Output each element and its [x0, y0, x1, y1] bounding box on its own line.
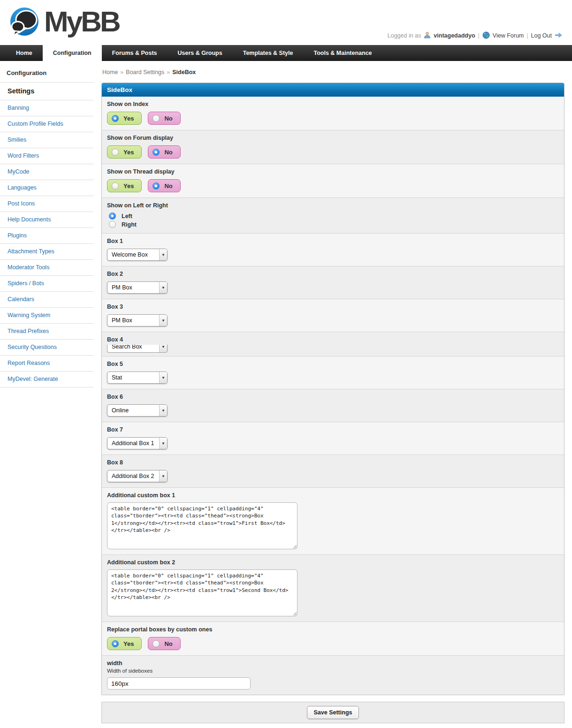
box-select[interactable]: Additional Box 1▼ [107, 437, 168, 449]
mybb-logo-icon [7, 5, 42, 42]
box-select[interactable]: Stat▼ [107, 372, 168, 384]
breadcrumb-current: SideBox [172, 69, 196, 76]
radio-icon[interactable] [153, 149, 160, 156]
radio-icon[interactable] [112, 640, 119, 647]
chevron-down-icon: ▼ [159, 249, 167, 260]
sidebar-item-thread-prefixes[interactable]: Thread Prefixes [0, 324, 94, 340]
radio-icon[interactable] [153, 182, 160, 190]
setting-row-show-on-thread-display: Show on Thread displayYesNo [102, 164, 564, 197]
select-value: Online [107, 407, 129, 414]
setting-label: width [107, 660, 559, 667]
no-pill[interactable]: No [148, 179, 180, 192]
radio-icon[interactable] [109, 212, 116, 220]
radio-list: LeftRight [107, 212, 559, 228]
session-info: Logged in as vintagedaddyo | View Forum … [388, 26, 563, 45]
sidebar-item-moderator-tools[interactable]: Moderator Tools [0, 260, 94, 276]
radio-option-right[interactable]: Right [107, 221, 559, 228]
setting-row-show-on-forum-display: Show on Forum displayYesNo [102, 130, 564, 164]
radio-icon[interactable] [153, 640, 160, 647]
setting-label: Show on Index [107, 101, 559, 107]
tab-users-groups[interactable]: Users & Groups [168, 45, 233, 61]
tab-home[interactable]: Home [6, 45, 43, 61]
box-select[interactable]: PM Box▼ [107, 314, 168, 326]
breadcrumb-separator: » [120, 69, 123, 76]
no-pill[interactable]: No [148, 112, 180, 125]
setting-row-box-7: Box 7Additional Box 1▼ [102, 422, 564, 455]
setting-row-box-3: Box 3PM Box▼ [102, 299, 564, 332]
radio-dot [155, 185, 157, 187]
box-select[interactable]: Welcome Box▼ [107, 249, 168, 261]
sidebar-item-calendars[interactable]: Calendars [0, 292, 94, 308]
tab-configuration[interactable]: Configuration [43, 42, 102, 61]
box-select[interactable]: Search Box▼ [107, 345, 168, 353]
breadcrumb: Home»Board Settings»SideBox [101, 67, 564, 83]
breadcrumb-link-home[interactable]: Home [102, 69, 118, 76]
pill-label: No [164, 640, 172, 647]
sidebar-item-plugins[interactable]: Plugins [0, 228, 94, 244]
setting-row-replace-portal-boxes-by-custom-ones: Replace portal boxes by custom onesYesNo [102, 622, 564, 655]
clipped-select-wrap: Search Box▼ [107, 345, 559, 353]
yes-pill[interactable]: Yes [107, 145, 142, 159]
yes-pill[interactable]: Yes [107, 637, 142, 650]
box-select[interactable]: Online▼ [107, 404, 168, 417]
user-icon [424, 31, 431, 40]
radio-icon[interactable] [112, 149, 119, 156]
yes-pill[interactable]: Yes [107, 179, 142, 192]
sidebar-item-spiders-bots[interactable]: Spiders / Bots [0, 276, 94, 292]
setting-description: Width of sideboxes [107, 668, 559, 674]
sidebar-heading: Configuration [0, 67, 94, 83]
breadcrumb-link-board-settings[interactable]: Board Settings [126, 69, 164, 76]
view-forum-link[interactable]: View Forum [493, 32, 524, 39]
setting-label: Box 5 [107, 361, 559, 367]
sidebar-item-smilies[interactable]: Smilies [0, 132, 94, 148]
chevron-down-icon: ▼ [159, 405, 167, 416]
box-select[interactable]: PM Box▼ [107, 281, 168, 294]
username-link[interactable]: vintagedaddyo [434, 32, 475, 39]
sidebar-item-help-documents[interactable]: Help Documents [0, 212, 94, 228]
log-out-link[interactable]: Log Out [531, 32, 552, 39]
radio-option-left[interactable]: Left [107, 212, 559, 220]
yesno-controls: YesNo [107, 179, 559, 192]
yes-pill[interactable]: Yes [107, 112, 142, 125]
radio-icon[interactable] [112, 115, 119, 122]
box-select[interactable]: Additional Box 2▼ [107, 470, 168, 482]
no-pill[interactable]: No [148, 637, 180, 650]
radio-dot [111, 215, 114, 217]
radio-icon[interactable] [153, 115, 160, 122]
select-value: PM Box [107, 284, 132, 291]
yesno-controls: YesNo [107, 145, 559, 159]
tab-templates-style[interactable]: Templates & Style [233, 45, 304, 61]
sidebar-item-warning-system[interactable]: Warning System [0, 308, 94, 324]
no-pill[interactable]: No [148, 145, 180, 159]
sidebar-item-post-icons[interactable]: Post Icons [0, 196, 94, 212]
sidebar-item-mycode[interactable]: MyCode [0, 164, 94, 180]
sidebar-item-custom-profile-fields[interactable]: Custom Profile Fields [0, 116, 94, 132]
sidebar-item-mydevel-generate[interactable]: MyDevel: Generate [0, 372, 94, 387]
chevron-down-icon: ▼ [159, 372, 167, 383]
custom-box-textarea[interactable] [107, 569, 297, 616]
width-input[interactable] [107, 677, 251, 690]
select-value: Additional Box 1 [107, 440, 154, 447]
setting-label: Replace portal boxes by custom ones [107, 626, 559, 633]
save-settings-button[interactable]: Save Settings [307, 706, 359, 719]
sidebar-item-attachment-types[interactable]: Attachment Types [0, 244, 94, 260]
setting-label: Box 7 [107, 426, 559, 433]
sidebox-settings-panel: SideBox Show on IndexYesNoShow on Forum … [101, 83, 564, 695]
sidebar-item-languages[interactable]: Languages [0, 180, 94, 196]
custom-box-textarea[interactable] [107, 502, 297, 549]
chevron-down-icon: ▼ [159, 470, 167, 482]
sidebar-item-report-reasons[interactable]: Report Reasons [0, 356, 94, 372]
sidebar-item-word-filters[interactable]: Word Filters [0, 148, 94, 164]
setting-label: Box 4 [107, 336, 559, 343]
radio-icon[interactable] [112, 182, 119, 190]
tab-forums-posts[interactable]: Forums & Posts [102, 45, 168, 61]
sidebar-item-security-questions[interactable]: Security Questions [0, 340, 94, 356]
radio-icon[interactable] [109, 221, 116, 228]
chevron-down-icon: ▼ [159, 282, 167, 293]
tab-tools-maintenance[interactable]: Tools & Maintenance [303, 45, 382, 61]
log-out-arrow-icon [555, 32, 563, 39]
sidebar-item-banning[interactable]: Banning [0, 100, 94, 116]
radio-dot [114, 643, 116, 645]
setting-label: Box 3 [107, 303, 559, 310]
sidebar: Configuration Settings BanningCustom Pro… [0, 67, 94, 387]
